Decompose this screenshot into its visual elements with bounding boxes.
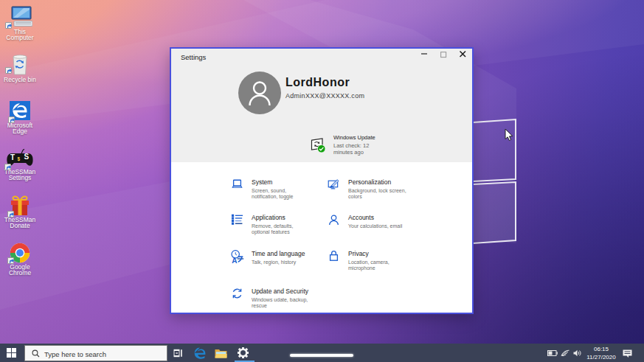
svg-text:T: T <box>10 153 15 161</box>
svg-text:$: $ <box>18 156 21 162</box>
svg-text:A: A <box>232 257 237 264</box>
svg-text:S: S <box>24 153 30 161</box>
